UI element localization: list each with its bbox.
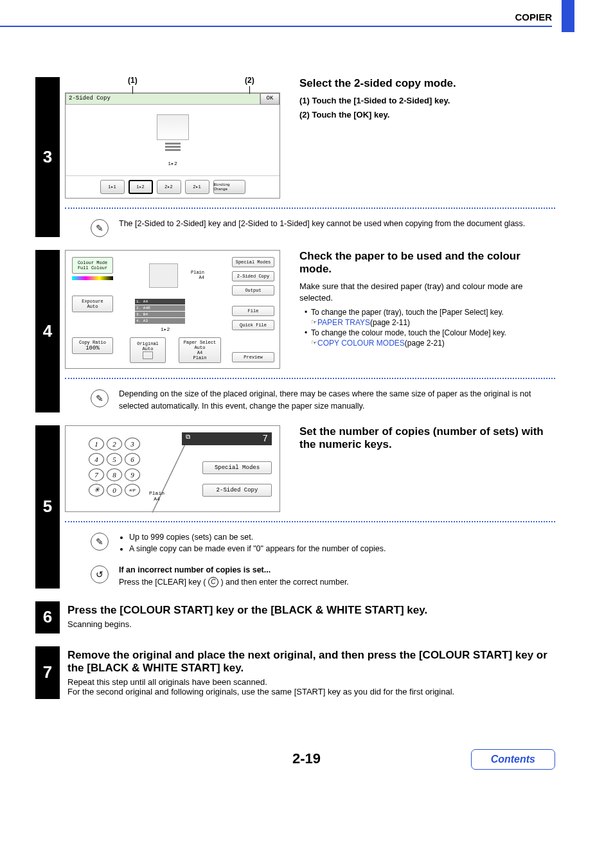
step3-note: ✎ The [2-Sided to 2-Sided] key and [2-Si… [65, 218, 555, 237]
output-button[interactable]: Output [232, 285, 274, 296]
a4-icon [143, 351, 153, 359]
step3-sub1: (1) Touch the [1-Sided to 2-Sided] key. [299, 95, 555, 107]
colour-bar-icon [72, 276, 113, 280]
step6-heading: Press the [COLOUR START] key or the [BLA… [67, 604, 555, 617]
copy-ratio-button[interactable]: Copy Ratio 100% [72, 337, 113, 354]
step3-sub2: (2) Touch the [OK] key. [299, 109, 555, 121]
key-4[interactable]: 4 [89, 453, 104, 466]
tray-list: 1. A4 2. A4R 3. B4 4. A3 [135, 299, 185, 324]
step-5: 5 1 2 3 4 5 6 7 8 [35, 425, 555, 589]
mode-icon: 1▸2 [161, 326, 170, 332]
contents-link[interactable]: Contents [471, 749, 555, 770]
numeric-keypad[interactable]: 1 2 3 4 5 6 7 8 9 ✳ 0 #/ [89, 438, 140, 497]
key-9[interactable]: 9 [125, 468, 140, 481]
touch-panel-step3: 2-Sided Copy OK 1▸2 1▸1 [65, 93, 280, 199]
tip-body: Press the [CLEAR] key ( C ) and then ent… [119, 576, 555, 589]
note-bullet-2: A single copy can be made even if "0" ap… [129, 543, 555, 555]
page-header: COPIER [0, 0, 613, 32]
step7-body1: Repeat this step until all originals hav… [67, 677, 555, 687]
callout-1: (1) [128, 76, 138, 85]
step7-heading: Remove the original and place the next o… [67, 649, 555, 675]
exposure-button[interactable]: Exposure Auto [72, 296, 113, 312]
step-number: 6 [35, 601, 60, 633]
special-modes-button[interactable]: Special Modes [202, 461, 272, 474]
tip-title: If an incorrect number of copies is set.… [119, 564, 555, 576]
preview-button[interactable]: Preview [232, 352, 274, 362]
note-bullet-1: Up to 999 copies (sets) can be set. [129, 531, 555, 544]
note-icon: ✎ [91, 533, 109, 551]
copier-icon [157, 114, 189, 140]
section-title: COPIER [515, 12, 552, 22]
ok-button[interactable]: OK [260, 93, 280, 105]
special-modes-button[interactable]: Special Modes [232, 257, 274, 267]
step-number: 7 [35, 646, 60, 699]
paper-trays-link[interactable]: PAPER TRAYS [317, 318, 370, 327]
step4-note: ✎ Depending on the size of the placed or… [65, 388, 555, 412]
step7-body2: For the second original and following or… [67, 687, 555, 696]
step-4: 4 Colour Mode Full Colour Exposure A [35, 250, 555, 412]
note-icon: ✎ [91, 389, 109, 407]
step5-tip: ↺ If an incorrect number of copies is se… [65, 564, 555, 589]
paper-select-button[interactable]: Paper Select Auto A4 Plain [179, 337, 221, 363]
return-icon: ↺ [91, 565, 109, 583]
colour-mode-button[interactable]: Colour Mode Full Colour [72, 257, 113, 274]
flow-arrows-icon [160, 143, 186, 158]
bullet-2: •To change the colour mode, touch the [C… [299, 328, 555, 337]
panel-title: 2-Sided Copy [66, 93, 260, 105]
step5-heading: Set the number of copies (number of sets… [299, 425, 555, 451]
key-1[interactable]: 1 [89, 438, 104, 450]
touch-panel-step4: Colour Mode Full Colour Exposure Auto Co… [65, 250, 280, 369]
key-3[interactable]: 3 [125, 438, 140, 450]
mode-1to2-button[interactable]: 1▸2 [129, 180, 153, 194]
binding-change-button[interactable]: Binding Change [213, 180, 245, 194]
plain-a4-label: PlainA4 [191, 270, 204, 280]
key-star[interactable]: ✳ [89, 484, 104, 497]
section-tab [562, 0, 574, 32]
key-5[interactable]: 5 [107, 453, 122, 466]
step6-body: Scanning begins. [67, 619, 555, 629]
step-number: 4 [35, 250, 60, 412]
mode-1to1-button[interactable]: 1▸1 [100, 180, 125, 194]
clear-key-icon: C [208, 577, 218, 587]
link-row-1: ☞PAPER TRAYS (page 2-11) [299, 318, 555, 327]
key-2[interactable]: 2 [107, 438, 122, 450]
key-0[interactable]: 0 [107, 484, 122, 497]
2sided-copy-button[interactable]: 2-Sided Copy [232, 271, 274, 281]
step4-heading: Check the paper to be used and the colou… [299, 250, 555, 276]
step3-heading: Select the 2-sided copy mode. [299, 77, 555, 90]
mode-icon: 1▸2 [168, 161, 177, 166]
file-button[interactable]: File [232, 306, 274, 316]
key-6[interactable]: 6 [125, 453, 140, 466]
step5-note: ✎ Up to 999 copies (sets) can be set. A … [65, 531, 555, 556]
note-icon: ✎ [91, 219, 109, 237]
mode-2to1-button[interactable]: 2▸1 [185, 180, 209, 194]
bullet-1: •To change the paper (tray), touch the [… [299, 308, 555, 317]
step-number: 3 [35, 77, 60, 237]
mode-2to2-button[interactable]: 2▸2 [157, 180, 181, 194]
step4-body: Make sure that the desired paper (tray) … [299, 281, 555, 304]
2sided-copy-button[interactable]: 2-Sided Copy [202, 484, 272, 497]
page-footer: 2-19 Contents [0, 750, 613, 789]
step-7: 7 Remove the original and place the next… [35, 646, 555, 699]
plain-a4-label: PlainA4 [149, 490, 164, 502]
key-8[interactable]: 8 [107, 468, 122, 481]
colour-modes-link[interactable]: COPY COLOUR MODES [317, 339, 405, 348]
copier-icon [149, 263, 178, 288]
key-7[interactable]: 7 [89, 468, 104, 481]
callout-2: (2) [245, 76, 254, 85]
key-hash[interactable]: #/P [125, 484, 140, 497]
quick-file-button[interactable]: Quick File [232, 320, 274, 330]
step-6: 6 Press the [COLOUR START] key or the [B… [35, 601, 555, 633]
link-row-2: ☞COPY COLOUR MODES (page 2-21) [299, 339, 555, 348]
numeric-keypad-panel: 1 2 3 4 5 6 7 8 9 ✳ 0 #/ [65, 425, 280, 512]
step-3: 3 (1) (2) 2-Sided Copy [35, 77, 555, 237]
copy-count-display: ⧉ 7 [182, 432, 272, 445]
original-button[interactable]: Original Auto [130, 337, 166, 363]
step-number: 5 [35, 425, 60, 589]
copies-icon: ⧉ [186, 434, 190, 441]
